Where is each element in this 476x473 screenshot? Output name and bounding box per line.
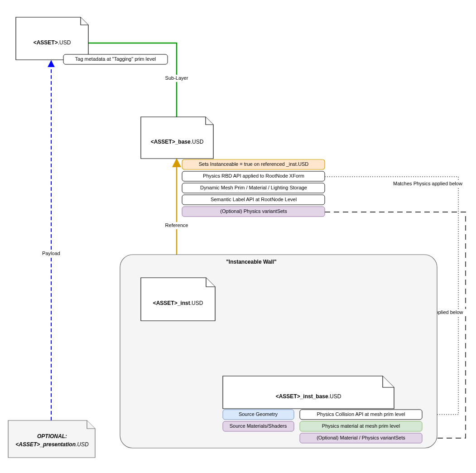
node-asset-presentation-line2-bold: <ASSET>_presentation — [15, 441, 76, 448]
node-asset-inst-title-rest: .USD — [190, 300, 203, 306]
svg-text:OPTIONAL:: OPTIONAL: — [37, 433, 67, 439]
tag-inst-base-phys-col-label: Physics Collision API at mesh prim level — [317, 411, 405, 417]
tag-inst-base-variant-label: (Optional) Material / Physics variantSet… — [317, 435, 405, 440]
tag-asset-metadata-label: Tag metadata at "Tagging" prim level — [75, 56, 156, 62]
tag-inst-base-mat-label: Source Materials/Shaders — [230, 423, 287, 429]
edge-matches-physics-label: Matches Physics applied below — [393, 181, 462, 186]
tag-inst-base-phys-mat-label: Physics material at mesh prim level — [322, 423, 400, 429]
edge-sublayer-1-label: Sub-Layer — [165, 75, 188, 81]
node-asset-inst-base-title-bold: <ASSET>_inst_base — [276, 393, 328, 400]
node-asset-title-rest: .USD — [58, 39, 71, 46]
group-instanceable-wall-title: "Instanceable Wall" — [226, 259, 277, 265]
node-asset-presentation-line1: OPTIONAL: — [37, 433, 67, 439]
node-asset-presentation: OPTIONAL: <ASSET>_presentation.USD — [8, 420, 95, 458]
node-asset-inst: <ASSET>_inst.USD — [141, 278, 215, 321]
svg-text:<ASSET>_presentation.USD: <ASSET>_presentation.USD — [15, 441, 89, 448]
node-asset-base-title-rest: .USD — [191, 139, 204, 145]
tag-base-variant-label: (Optional) Physics variantSets — [220, 208, 287, 214]
tag-base-sem-label: Semantic Label API at RootNode Level — [211, 197, 297, 202]
edge-payload-label: Payload — [42, 251, 60, 256]
tag-inst-base-geom-label: Source Geometry — [239, 411, 278, 417]
node-asset-base-title-bold: <ASSET>_base — [151, 139, 191, 145]
svg-text:<ASSET>_inst.USD: <ASSET>_inst.USD — [153, 300, 203, 306]
svg-text:<ASSET>_inst_base.USD: <ASSET>_inst_base.USD — [276, 393, 341, 400]
edge-reference-label: Reference — [165, 222, 188, 228]
node-asset: <ASSET>.USD — [16, 17, 88, 60]
tag-base-dyn-label: Dynamic Mesh Prim / Material / Lighting … — [200, 185, 307, 190]
node-asset-presentation-line2-rest: .USD — [76, 441, 89, 448]
node-asset-inst-title-bold: <ASSET>_inst — [153, 300, 190, 306]
node-asset-base: <ASSET>_base.USD — [141, 117, 213, 159]
node-asset-inst-base-title-rest: .USD — [328, 393, 341, 400]
node-asset-inst-base: <ASSET>_inst_base.USD — [223, 376, 394, 409]
svg-text:<ASSET>.USD: <ASSET>.USD — [34, 39, 71, 46]
svg-text:<ASSET>_base.USD: <ASSET>_base.USD — [151, 139, 204, 145]
tag-base-rbd-label: Physics RBD API applied to RootNode XFor… — [203, 173, 304, 179]
tag-base-instanceable-label: Sets Instanceable = true on referenced _… — [199, 161, 309, 167]
node-asset-title-bold: <ASSET> — [34, 39, 58, 46]
